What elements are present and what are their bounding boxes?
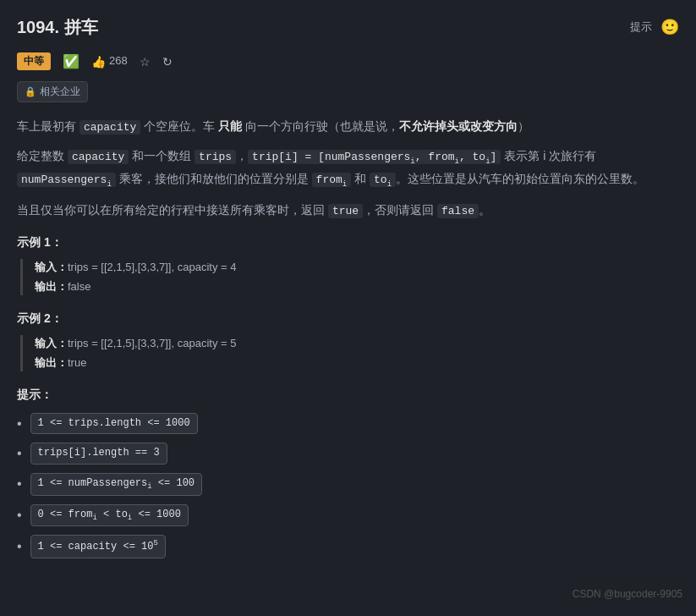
example-1-block: 输入：trips = [[2,1,5],[3,3,7]], capacity =… [20,259,679,296]
example-1: 示例 1： 输入：trips = [[2,1,5],[3,3,7]], capa… [17,233,679,295]
example-2-block: 输入：trips = [[2,1,5],[3,3,7]], capacity =… [20,335,679,372]
hints-title: 提示： [17,385,679,404]
example-1-input-label: 输入： [35,261,68,273]
false-code: false [437,204,479,218]
example-1-output-value: false [68,280,90,293]
example-1-input: 输入：trips = [[2,1,5],[3,3,7]], capacity =… [35,259,679,277]
description-block: 车上最初有 capacity 个空座位。车 只能 向一个方向行驶（也就是说，不允… [17,116,679,221]
example-2-input-label: 输入： [35,337,68,349]
hint-item-2: 1 <= numPassengersi <= 100 [17,473,679,496]
num-pass-code: numPassengersi [17,173,116,187]
true-code: true [328,204,363,218]
capacity-code-1: capacity [79,120,140,135]
example-2-input: 输入：trips = [[2,1,5],[3,3,7]], capacity =… [35,335,679,353]
desc-para2: 给定整数 capacity 和一个数组 trips，trip[i] = [num… [17,146,679,191]
like-icon[interactable]: 👍 [91,52,106,71]
page-title: 1094. 拼车 [17,14,98,41]
header-right: 提示 🙂 [630,15,679,40]
like-area: 👍 268 [91,52,128,71]
hint-item-3: 0 <= fromi < toi <= 1000 [17,504,679,527]
hint-item-1: trips[i].length == 3 [17,443,679,465]
desc-para1: 车上最初有 capacity 个空座位。车 只能 向一个方向行驶（也就是说，不允… [17,116,679,137]
example-2-title: 示例 2： [17,309,679,327]
difficulty-badge: 中等 [17,52,51,70]
example-2: 示例 2： 输入：trips = [[2,1,5],[3,3,7]], capa… [17,309,679,371]
hint-link[interactable]: 提示 [630,19,652,36]
example-2-output-label: 输出： [35,356,68,369]
hints-section: 提示： 1 <= trips.length <= 1000 trips[i].l… [17,385,679,558]
hint-badge-4: 1 <= capacity <= 105 [30,535,166,558]
hints-list: 1 <= trips.length <= 1000 trips[i].lengt… [17,413,679,558]
trips-code: trips [195,150,236,164]
example-2-output-value: true [68,356,86,369]
like-count: 268 [109,52,128,70]
company-tag-label: 相关企业 [40,84,80,100]
hint-badge-0: 1 <= trips.length <= 1000 [30,413,198,434]
example-1-title: 示例 1： [17,233,679,251]
meta-row: 中等 ✅ 👍 268 ☆ ↻ [17,51,679,73]
desc-para3: 当且仅当你可以在所有给定的行程中接送所有乘客时，返回 true，否则请返回 fa… [17,200,679,221]
example-2-output: 输出：true [35,355,679,372]
hint-badge-3: 0 <= fromi < toi <= 1000 [30,504,189,527]
smiley-icon[interactable]: 🙂 [660,15,679,40]
example-1-output: 输出：false [35,278,679,296]
hint-item-4: 1 <= capacity <= 105 [17,535,679,558]
trip-formula-code: trip[i] = [numPassengersi, fromi, toi] [248,150,501,164]
hint-badge-2: 1 <= numPassengersi <= 100 [30,473,202,496]
refresh-icon[interactable]: ↻ [162,52,173,71]
example-2-input-value: trips = [[2,1,5],[3,3,7]], capacity = 5 [68,337,236,349]
from-code: fromi [312,173,352,187]
to-code: toi [370,173,396,187]
company-tag[interactable]: 🔒 相关企业 [17,81,88,102]
example-1-output-label: 输出： [35,280,68,293]
example-1-input-value: trips = [[2,1,5],[3,3,7]], capacity = 4 [68,261,236,273]
capacity-code-2: capacity [68,150,129,164]
header: 1094. 拼车 提示 🙂 [17,14,679,41]
hint-badge-1: trips[i].length == 3 [30,443,167,464]
check-icon: ✅ [63,51,79,73]
hint-item-0: 1 <= trips.length <= 1000 [17,413,679,435]
star-icon[interactable]: ☆ [140,52,151,71]
watermark: CSDN @bugcoder-9905 [573,586,682,602]
lock-icon: 🔒 [25,85,36,100]
